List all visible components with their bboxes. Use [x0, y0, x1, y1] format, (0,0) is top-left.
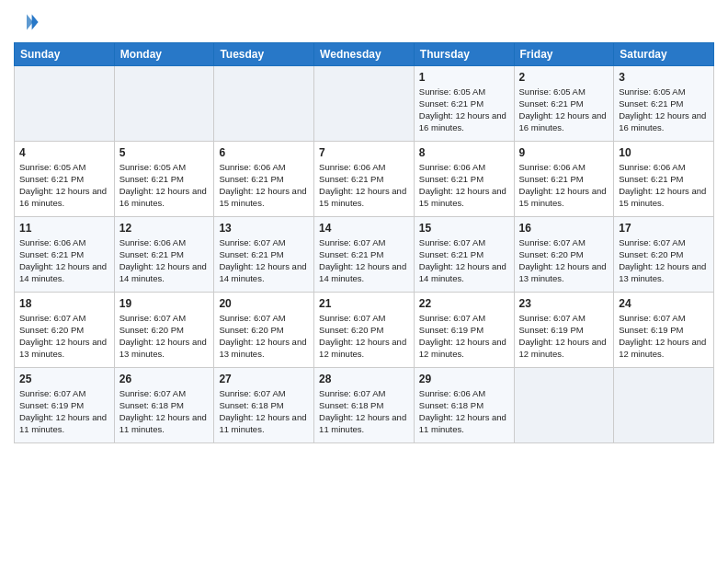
calendar-week-1: 4Sunrise: 6:05 AM Sunset: 6:21 PM Daylig…	[15, 142, 714, 217]
calendar-cell: 12Sunrise: 6:06 AM Sunset: 6:21 PM Dayli…	[114, 217, 214, 293]
calendar-cell: 6Sunrise: 6:06 AM Sunset: 6:21 PM Daylig…	[214, 142, 314, 217]
day-number: 9	[519, 145, 609, 160]
col-header-wednesday: Wednesday	[314, 43, 415, 66]
day-info: Sunrise: 6:07 AM Sunset: 6:21 PM Dayligh…	[419, 237, 509, 284]
day-info: Sunrise: 6:05 AM Sunset: 6:21 PM Dayligh…	[119, 162, 210, 209]
calendar-cell: 3Sunrise: 6:05 AM Sunset: 6:21 PM Daylig…	[614, 66, 714, 142]
calendar-cell: 2Sunrise: 6:05 AM Sunset: 6:21 PM Daylig…	[514, 66, 614, 142]
day-number: 21	[319, 296, 409, 311]
calendar-cell	[114, 66, 214, 142]
day-info: Sunrise: 6:06 AM Sunset: 6:21 PM Dayligh…	[19, 237, 109, 284]
day-number: 24	[619, 296, 709, 311]
day-number: 19	[119, 296, 210, 311]
day-number: 28	[319, 372, 409, 386]
calendar-cell	[15, 66, 115, 142]
day-number: 26	[119, 372, 210, 386]
day-info: Sunrise: 6:07 AM Sunset: 6:20 PM Dayligh…	[119, 313, 210, 360]
calendar-cell: 17Sunrise: 6:07 AM Sunset: 6:20 PM Dayli…	[614, 217, 714, 293]
calendar-cell: 22Sunrise: 6:07 AM Sunset: 6:19 PM Dayli…	[414, 293, 514, 368]
header	[14, 9, 714, 35]
day-number: 12	[119, 221, 210, 236]
calendar-cell: 15Sunrise: 6:07 AM Sunset: 6:21 PM Dayli…	[414, 217, 514, 293]
day-number: 4	[19, 145, 109, 160]
col-header-friday: Friday	[514, 43, 614, 66]
day-number: 8	[419, 145, 509, 160]
logo	[14, 9, 43, 35]
calendar-cell: 24Sunrise: 6:07 AM Sunset: 6:19 PM Dayli…	[614, 293, 714, 368]
col-header-tuesday: Tuesday	[214, 43, 314, 66]
day-info: Sunrise: 6:07 AM Sunset: 6:20 PM Dayligh…	[19, 313, 109, 360]
col-header-sunday: Sunday	[15, 43, 115, 66]
day-number: 27	[219, 372, 309, 386]
day-info: Sunrise: 6:07 AM Sunset: 6:19 PM Dayligh…	[619, 313, 709, 360]
day-number: 29	[419, 372, 509, 386]
day-number: 3	[619, 70, 709, 85]
day-info: Sunrise: 6:06 AM Sunset: 6:18 PM Dayligh…	[419, 388, 509, 435]
calendar-cell: 8Sunrise: 6:06 AM Sunset: 6:21 PM Daylig…	[414, 142, 514, 217]
day-info: Sunrise: 6:07 AM Sunset: 6:20 PM Dayligh…	[519, 237, 609, 284]
calendar-cell: 28Sunrise: 6:07 AM Sunset: 6:18 PM Dayli…	[314, 368, 415, 443]
day-number: 25	[19, 372, 109, 386]
day-info: Sunrise: 6:07 AM Sunset: 6:18 PM Dayligh…	[119, 388, 210, 435]
calendar-cell: 11Sunrise: 6:06 AM Sunset: 6:21 PM Dayli…	[15, 217, 115, 293]
day-info: Sunrise: 6:07 AM Sunset: 6:20 PM Dayligh…	[219, 313, 309, 360]
calendar-cell: 13Sunrise: 6:07 AM Sunset: 6:21 PM Dayli…	[214, 217, 314, 293]
calendar-cell	[614, 368, 714, 443]
day-number: 23	[519, 296, 609, 311]
day-number: 14	[319, 221, 409, 236]
calendar-cell: 14Sunrise: 6:07 AM Sunset: 6:21 PM Dayli…	[314, 217, 415, 293]
day-number: 13	[219, 221, 309, 236]
day-number: 22	[419, 296, 509, 311]
calendar-cell: 9Sunrise: 6:06 AM Sunset: 6:21 PM Daylig…	[514, 142, 614, 217]
calendar-cell	[514, 368, 614, 443]
calendar-cell: 21Sunrise: 6:07 AM Sunset: 6:20 PM Dayli…	[314, 293, 415, 368]
day-number: 11	[19, 221, 109, 236]
day-info: Sunrise: 6:07 AM Sunset: 6:19 PM Dayligh…	[519, 313, 609, 360]
calendar-cell	[314, 66, 415, 142]
day-info: Sunrise: 6:06 AM Sunset: 6:21 PM Dayligh…	[119, 237, 210, 284]
calendar-cell: 19Sunrise: 6:07 AM Sunset: 6:20 PM Dayli…	[114, 293, 214, 368]
calendar-cell: 1Sunrise: 6:05 AM Sunset: 6:21 PM Daylig…	[414, 66, 514, 142]
day-number: 5	[119, 145, 210, 160]
day-number: 6	[219, 145, 309, 160]
day-info: Sunrise: 6:07 AM Sunset: 6:18 PM Dayligh…	[319, 388, 409, 435]
day-number: 17	[619, 221, 709, 236]
logo-icon	[14, 9, 40, 35]
calendar-week-2: 11Sunrise: 6:06 AM Sunset: 6:21 PM Dayli…	[15, 217, 714, 293]
calendar-table: SundayMondayTuesdayWednesdayThursdayFrid…	[14, 42, 714, 443]
col-header-saturday: Saturday	[614, 43, 714, 66]
day-number: 1	[419, 70, 509, 85]
day-number: 2	[519, 70, 609, 85]
day-number: 20	[219, 296, 309, 311]
day-info: Sunrise: 6:06 AM Sunset: 6:21 PM Dayligh…	[519, 162, 609, 209]
page: SundayMondayTuesdayWednesdayThursdayFrid…	[0, 0, 728, 563]
calendar-cell: 20Sunrise: 6:07 AM Sunset: 6:20 PM Dayli…	[214, 293, 314, 368]
day-number: 16	[519, 221, 609, 236]
col-header-thursday: Thursday	[414, 43, 514, 66]
day-info: Sunrise: 6:07 AM Sunset: 6:21 PM Dayligh…	[319, 237, 409, 284]
calendar-cell: 29Sunrise: 6:06 AM Sunset: 6:18 PM Dayli…	[414, 368, 514, 443]
calendar-cell: 26Sunrise: 6:07 AM Sunset: 6:18 PM Dayli…	[114, 368, 214, 443]
calendar-cell: 23Sunrise: 6:07 AM Sunset: 6:19 PM Dayli…	[514, 293, 614, 368]
day-info: Sunrise: 6:07 AM Sunset: 6:20 PM Dayligh…	[319, 313, 409, 360]
day-info: Sunrise: 6:06 AM Sunset: 6:21 PM Dayligh…	[319, 162, 409, 209]
calendar-header-row: SundayMondayTuesdayWednesdayThursdayFrid…	[15, 43, 714, 66]
day-info: Sunrise: 6:06 AM Sunset: 6:21 PM Dayligh…	[219, 162, 309, 209]
calendar-cell: 27Sunrise: 6:07 AM Sunset: 6:18 PM Dayli…	[214, 368, 314, 443]
calendar-week-3: 18Sunrise: 6:07 AM Sunset: 6:20 PM Dayli…	[15, 293, 714, 368]
day-info: Sunrise: 6:07 AM Sunset: 6:18 PM Dayligh…	[219, 388, 309, 435]
day-info: Sunrise: 6:07 AM Sunset: 6:20 PM Dayligh…	[619, 237, 709, 284]
day-info: Sunrise: 6:06 AM Sunset: 6:21 PM Dayligh…	[419, 162, 509, 209]
day-number: 10	[619, 145, 709, 160]
calendar-week-0: 1Sunrise: 6:05 AM Sunset: 6:21 PM Daylig…	[15, 66, 714, 142]
day-info: Sunrise: 6:05 AM Sunset: 6:21 PM Dayligh…	[619, 86, 709, 133]
day-info: Sunrise: 6:05 AM Sunset: 6:21 PM Dayligh…	[519, 86, 609, 133]
calendar-cell: 10Sunrise: 6:06 AM Sunset: 6:21 PM Dayli…	[614, 142, 714, 217]
calendar-cell	[214, 66, 314, 142]
calendar-cell: 25Sunrise: 6:07 AM Sunset: 6:19 PM Dayli…	[15, 368, 115, 443]
calendar-cell: 16Sunrise: 6:07 AM Sunset: 6:20 PM Dayli…	[514, 217, 614, 293]
col-header-monday: Monday	[114, 43, 214, 66]
day-number: 15	[419, 221, 509, 236]
day-number: 7	[319, 145, 409, 160]
day-info: Sunrise: 6:07 AM Sunset: 6:21 PM Dayligh…	[219, 237, 309, 284]
